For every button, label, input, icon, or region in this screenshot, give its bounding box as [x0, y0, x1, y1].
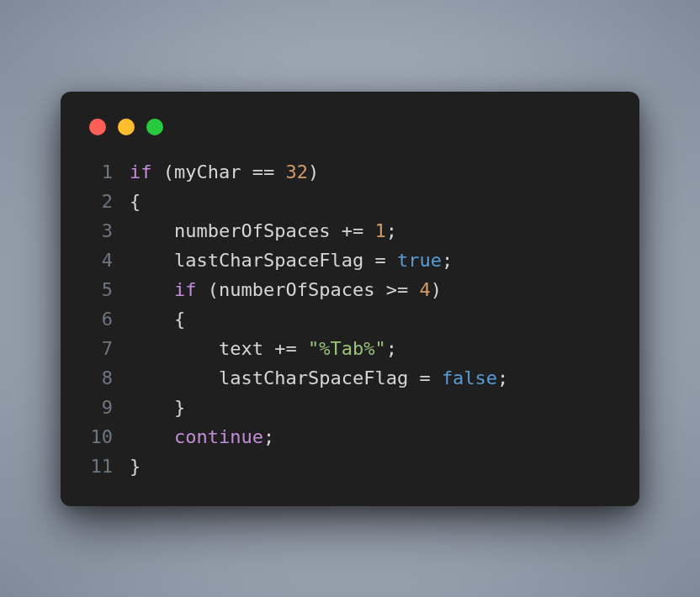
code-token [408, 279, 419, 300]
code-token: continue [174, 426, 263, 447]
close-icon[interactable] [89, 119, 106, 135]
code-window: 1if (myChar == 32)2{3 numberOfSpaces += … [61, 92, 639, 506]
line-number: 9 [86, 393, 130, 422]
line-content: lastCharSpaceFlag = true; [130, 246, 614, 275]
code-token: true [397, 250, 442, 271]
code-token: } [130, 456, 141, 477]
code-token: ; [442, 250, 453, 271]
code-line: 7 text += "%Tab%"; [86, 334, 614, 363]
code-token: >= [386, 279, 409, 300]
code-line: 11} [86, 452, 614, 481]
line-number: 4 [86, 246, 130, 275]
code-token: = [419, 367, 430, 388]
minimize-icon[interactable] [118, 119, 135, 135]
code-line: 5 if (numberOfSpaces >= 4) [86, 275, 614, 304]
code-token [274, 161, 285, 182]
line-content: { [130, 304, 614, 334]
line-content: } [130, 393, 614, 422]
line-number: 1 [86, 157, 130, 187]
code-line: 9 } [86, 393, 614, 422]
code-token: ; [386, 220, 397, 241]
line-number: 6 [86, 304, 130, 334]
code-line: 1if (myChar == 32) [86, 157, 614, 187]
code-block: 1if (myChar == 32)2{3 numberOfSpaces += … [86, 157, 614, 481]
line-number: 3 [86, 216, 130, 246]
code-token: = [374, 250, 385, 271]
code-token [130, 426, 174, 447]
code-token: 32 [285, 161, 308, 182]
code-token: "%Tab%" [308, 338, 386, 359]
code-token [297, 338, 308, 359]
code-token: ) [431, 279, 442, 300]
code-token: ) [308, 161, 319, 182]
code-token: } [130, 397, 185, 418]
code-token: ; [263, 426, 274, 447]
code-line: 8 lastCharSpaceFlag = false; [86, 363, 614, 393]
line-number: 10 [86, 422, 130, 452]
code-token: { [130, 191, 141, 212]
line-number: 2 [86, 187, 130, 216]
code-line: 6 { [86, 304, 614, 334]
line-number: 8 [86, 363, 130, 393]
code-token [130, 279, 174, 300]
code-token: (numberOfSpaces [196, 279, 385, 300]
window-titlebar [86, 114, 614, 157]
code-token: { [130, 309, 185, 330]
code-line: 10 continue; [86, 422, 614, 452]
code-token: text [130, 338, 274, 359]
code-token: ; [497, 367, 508, 388]
line-number: 5 [86, 275, 130, 304]
code-line: 3 numberOfSpaces += 1; [86, 216, 614, 246]
code-line: 4 lastCharSpaceFlag = true; [86, 246, 614, 275]
code-token: += [342, 220, 364, 241]
code-token [363, 220, 374, 241]
line-number: 11 [86, 452, 130, 481]
code-token: 4 [419, 279, 430, 300]
code-token: if [174, 279, 197, 300]
code-token [386, 250, 397, 271]
line-content: text += "%Tab%"; [130, 334, 614, 363]
code-token: 1 [374, 220, 385, 241]
code-token: == [252, 161, 275, 182]
code-token: numberOfSpaces [130, 220, 342, 241]
line-content: } [130, 452, 614, 481]
line-number: 7 [86, 334, 130, 363]
line-content: lastCharSpaceFlag = false; [130, 363, 614, 393]
line-content: numberOfSpaces += 1; [130, 216, 614, 246]
code-token: lastCharSpaceFlag [130, 250, 374, 271]
code-token: if [130, 161, 152, 182]
code-token: ; [386, 338, 397, 359]
line-content: continue; [130, 422, 614, 452]
line-content: { [130, 187, 614, 216]
line-content: if (myChar == 32) [130, 157, 614, 187]
code-token [431, 367, 442, 388]
code-token: false [442, 367, 497, 388]
code-token: (myChar [152, 161, 252, 182]
maximize-icon[interactable] [146, 119, 163, 135]
line-content: if (numberOfSpaces >= 4) [130, 275, 614, 304]
code-token: += [274, 338, 297, 359]
code-token: lastCharSpaceFlag [130, 367, 419, 388]
code-line: 2{ [86, 187, 614, 216]
